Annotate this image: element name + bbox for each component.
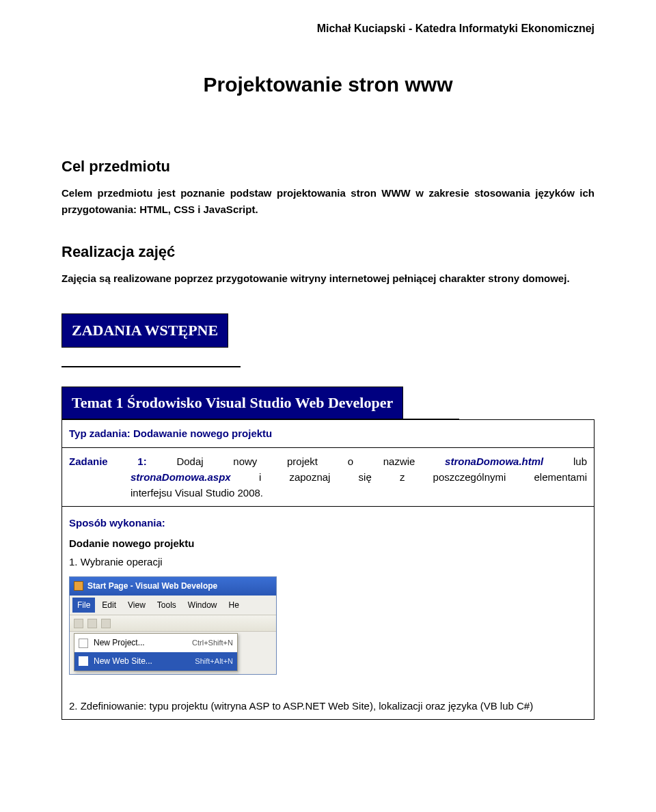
file1: stronaDomowa.html [445,456,543,467]
file2: stronaDomowa.aspx [131,471,231,483]
task-table: Typ zadania: Dodawanie nowego projektu Z… [62,419,594,719]
task-line-3: interfejsu Visual Studio 2008. [69,485,587,501]
toolbar-icon-2[interactable] [87,619,97,628]
section-cel-body: Celem przedmiotu jest poznanie podstaw p… [62,185,594,217]
step1: 1. Wybranie operacji [69,554,587,570]
task-type-value: Dodawanie nowego projektu [133,428,272,439]
vs-title-text: Start Page - Visual Web Develope [87,580,217,593]
menu-file[interactable]: File [72,598,95,613]
vs-window: Start Page - Visual Web Develope File Ed… [69,576,277,674]
box-zadania-wstepne-label: ZADANIA WSTĘPNE [72,322,218,339]
vs-toolbar [70,615,276,632]
task-line-2: stronaDomowa.aspx i zapoznaj się z poszc… [69,469,587,485]
method-label: Sposób wykonania: [69,515,587,531]
mid2a: i zapoznaj się z poszczególnymi elementa… [231,471,587,483]
zadanie-pre: Dodaj nowy projekt o nazwie [176,456,445,467]
section-cel-heading: Cel przedmiotu [62,155,594,178]
menu-edit[interactable]: Edit [97,598,121,613]
menu-help[interactable]: He [224,598,244,613]
menu-tools[interactable]: Tools [152,598,181,613]
toolbar-icon-1[interactable] [74,619,83,628]
task-line-1: Zadanie 1: Dodaj nowy projekt o nazwie s… [69,453,587,469]
dropdown-new-website-shortcut: Shift+Alt+N [195,656,233,667]
zadanie-label: Zadanie 1: [69,456,176,467]
vs-app-icon [74,581,83,591]
sub1: Dodanie nowego projektu [69,535,587,551]
step2: 2. Zdefiniowanie: typu projektu (witryna… [69,698,587,714]
vs-menubar: File Edit View Tools Window He [70,596,276,616]
section-realizacja-heading: Realizacja zajęć [62,240,594,264]
mid1: lub [543,456,587,467]
task-desc-cell: Zadanie 1: Dodaj nowy projekt o nazwie s… [62,447,594,507]
new-website-icon [79,656,88,666]
box-temat-1-label: Temat 1 Środowisko Visual Studio Web Dev… [72,394,393,411]
dropdown-new-website[interactable]: New Web Site... Shift+Alt+N [74,652,237,671]
menu-window[interactable]: Window [183,598,222,613]
vs-file-dropdown: New Project... Ctrl+Shift+N New Web Site… [74,633,238,671]
dropdown-new-project[interactable]: New Project... Ctrl+Shift+N [74,634,237,652]
menu-view[interactable]: View [123,598,150,613]
box-temat-1: Temat 1 Środowisko Visual Studio Web Dev… [62,387,403,419]
dropdown-new-project-shortcut: Ctrl+Shift+N [192,637,233,649]
dropdown-new-website-label: New Web Site... [94,655,189,668]
new-project-icon [79,639,88,648]
dropdown-new-project-label: New Project... [94,636,187,649]
task-type-cell: Typ zadania: Dodawanie nowego projektu [62,420,594,447]
task-method-cell: Sposób wykonania: Dodanie nowego projekt… [62,507,594,719]
section-realizacja-body: Zajęcia są realizowane poprzez przygotow… [62,270,594,286]
box-zadania-wstepne: ZADANIA WSTĘPNE [62,313,228,348]
page-title: Projektowanie stron www [62,69,594,101]
vs-titlebar: Start Page - Visual Web Develope [70,577,276,596]
header-attribution: Michał Kuciapski - Katedra Informatyki E… [62,20,594,38]
mid2b: interfejsu Visual Studio 2008. [131,487,263,499]
task-type-label: Typ zadania: [69,428,133,439]
toolbar-icon-3[interactable] [101,619,111,628]
